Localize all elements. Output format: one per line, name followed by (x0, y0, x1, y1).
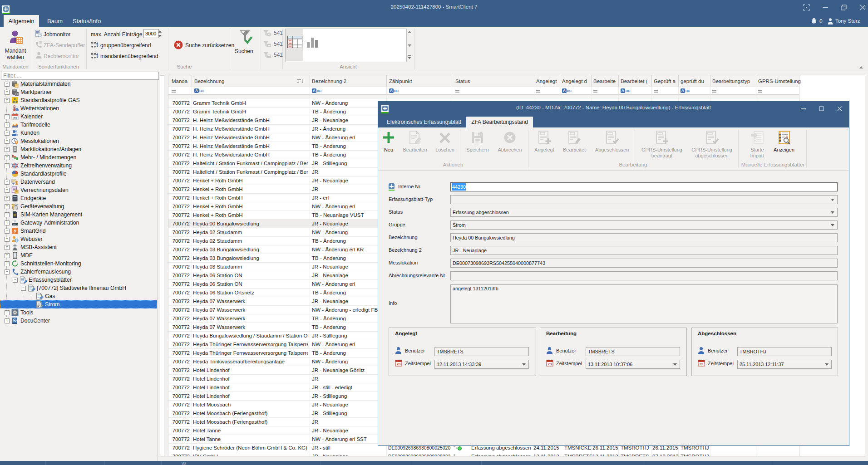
svg-text:G: G (14, 98, 16, 101)
svg-text:23: 23 (397, 362, 400, 366)
svg-text:23: 23 (13, 117, 17, 120)
svg-text:SLP: SLP (12, 101, 18, 103)
svg-text:23: 23 (700, 362, 703, 366)
svg-text:23: 23 (548, 362, 552, 366)
